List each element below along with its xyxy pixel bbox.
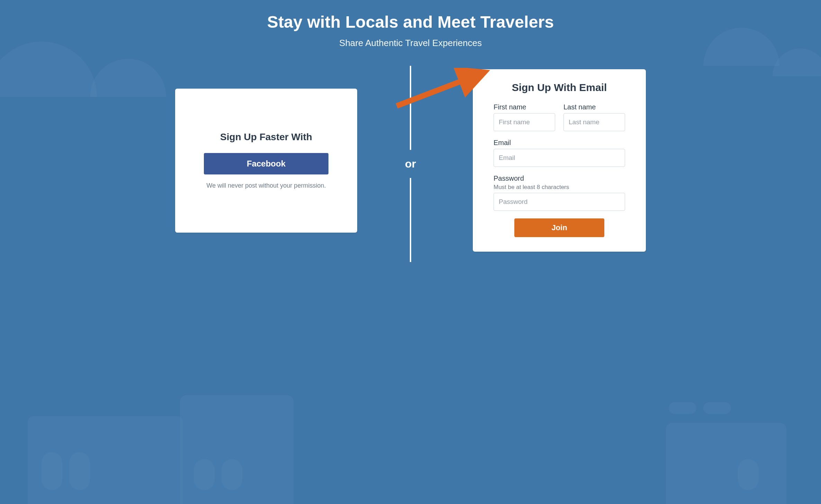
last-name-label: Last name xyxy=(563,103,625,111)
facebook-card-heading: Sign Up Faster With xyxy=(220,132,312,143)
email-input[interactable] xyxy=(494,149,625,167)
divider-line-top xyxy=(410,66,411,150)
svg-line-1 xyxy=(397,74,480,106)
divider-label: or xyxy=(405,150,416,178)
password-input[interactable] xyxy=(494,193,625,211)
password-hint: Must be at least 8 characters xyxy=(494,184,625,191)
divider-line-bottom xyxy=(410,178,411,262)
signup-row: or Sign Up Faster With Facebook We will … xyxy=(175,69,646,252)
first-name-field-group: First name xyxy=(494,103,555,131)
hero-subtitle: Share Authentic Travel Experiences xyxy=(267,38,554,48)
last-name-input[interactable] xyxy=(563,113,625,131)
facebook-signup-card: Sign Up Faster With Facebook We will nev… xyxy=(175,89,357,233)
first-name-input[interactable] xyxy=(494,113,555,131)
password-field-group: Password Must be at least 8 characters xyxy=(494,174,625,211)
divider: or xyxy=(405,66,416,262)
email-label: Email xyxy=(494,139,625,147)
last-name-field-group: Last name xyxy=(563,103,625,131)
email-card-heading: Sign Up With Email xyxy=(494,82,625,93)
email-signup-card: Sign Up With Email First name Last name … xyxy=(473,69,646,252)
password-label: Password xyxy=(494,174,625,182)
join-button[interactable]: Join xyxy=(514,218,604,237)
hero-title: Stay with Locals and Meet Travelers xyxy=(267,12,554,32)
first-name-label: First name xyxy=(494,103,555,111)
hero: Stay with Locals and Meet Travelers Shar… xyxy=(267,12,554,48)
email-field-group: Email xyxy=(494,139,625,167)
facebook-disclaimer: We will never post without your permissi… xyxy=(207,182,326,189)
facebook-signup-button[interactable]: Facebook xyxy=(204,153,328,174)
